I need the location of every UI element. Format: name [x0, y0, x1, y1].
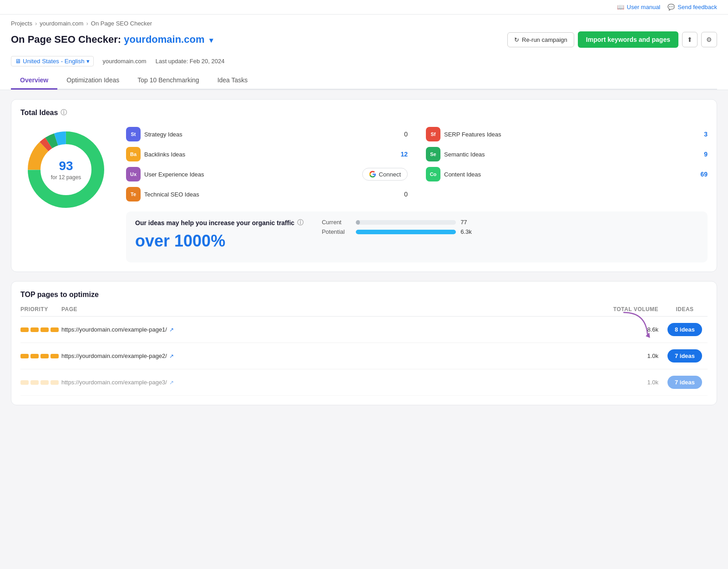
external-link-icon[interactable]: ↗ — [169, 353, 174, 359]
strategy-name: Strategy Ideas — [144, 131, 390, 138]
table-row: https://yourdomain.com/example-page3/ ↗ … — [20, 369, 708, 396]
dot — [30, 380, 39, 385]
traffic-title-text: Our ideas may help you increase your org… — [135, 219, 294, 227]
ideas-button-3[interactable]: 7 ideas — [667, 376, 702, 389]
location-selector[interactable]: 🖥 United States - English ▾ — [11, 56, 94, 66]
tab-tasks[interactable]: Idea Tasks — [208, 72, 257, 90]
tab-optimization[interactable]: Optimization Ideas — [57, 72, 128, 90]
backlinks-badge: Ba — [126, 147, 141, 161]
dot — [20, 354, 29, 358]
ideas-col-3: 7 ideas — [662, 376, 708, 389]
idea-row-ux: Ux User Experience Ideas Connect — [126, 164, 408, 184]
content-count: 69 — [694, 171, 708, 178]
page-title: On Page SEO Checker: yourdomain.com ▾ — [11, 34, 213, 45]
ideas-button-1[interactable]: 8 ideas — [667, 323, 702, 336]
ux-badge: Ux — [126, 167, 141, 181]
table-header: Priority Page Total Volume Ideas — [20, 306, 708, 317]
google-icon — [369, 171, 376, 178]
tab-overview[interactable]: Overview — [11, 72, 57, 90]
donut-center: 93 for 12 pages — [51, 159, 81, 181]
serp-count: 3 — [694, 131, 708, 138]
traffic-left: Our ideas may help you increase your org… — [135, 219, 303, 255]
domain-display: yourdomain.com — [103, 58, 147, 65]
feedback-icon: 💬 — [667, 4, 675, 10]
total-ideas-title: Total Ideas ⓘ — [20, 109, 708, 117]
tabs-row: Overview Optimization Ideas Top 10 Bench… — [11, 72, 717, 90]
send-feedback-link[interactable]: 💬 Send feedback — [667, 4, 717, 10]
ideas-grid: St Strategy Ideas 0 Ba Backlinks Ideas 1… — [126, 124, 708, 204]
top-bar: 📖 User manual 💬 Send feedback — [0, 0, 728, 15]
idea-row-strategy: St Strategy Ideas 0 — [126, 124, 408, 144]
page-url-3: https://yourdomain.com/example-page3/ ↗ — [61, 379, 607, 386]
connect-button[interactable]: Connect — [362, 168, 408, 181]
external-link-icon[interactable]: ↗ — [169, 379, 174, 386]
breadcrumb-domain[interactable]: yourdomain.com — [40, 20, 83, 27]
ideas-right-col: Sf SERP Features Ideas 3 Se Semantic Ide… — [426, 124, 708, 204]
settings-button[interactable]: ⚙ — [701, 32, 717, 47]
user-manual-link[interactable]: 📖 User manual — [617, 4, 661, 10]
ideas-button-2[interactable]: 7 ideas — [667, 349, 702, 363]
page-header: Projects › yourdomain.com › On Page SEO … — [0, 15, 728, 90]
potential-bar-fill — [356, 230, 456, 234]
traffic-bars: Current 77 Potential — [322, 219, 698, 235]
top-pages-title: TOP pages to optimize — [20, 291, 708, 299]
backlinks-count: 12 — [394, 151, 408, 158]
header-main-row: On Page SEO Checker: yourdomain.com ▾ ↻ … — [11, 31, 717, 48]
dot — [20, 327, 29, 332]
semantic-badge: Se — [426, 147, 440, 161]
gear-icon: ⚙ — [706, 36, 712, 43]
total-ideas-title-text: Total Ideas — [20, 109, 58, 117]
traffic-percent: over 1000% — [135, 232, 303, 251]
col-ideas: Ideas — [662, 306, 708, 312]
traffic-box: Our ideas may help you increase your org… — [126, 211, 708, 262]
dot — [51, 354, 59, 358]
serp-name: SERP Features Ideas — [444, 131, 690, 138]
volume-2: 1.0k — [607, 352, 662, 359]
monitor-icon: 🖥 — [15, 58, 21, 65]
dot — [40, 327, 49, 332]
potential-val: 6.3k — [460, 228, 476, 235]
ideas-grid-container: St Strategy Ideas 0 Ba Backlinks Ideas 1… — [126, 124, 708, 262]
current-bar-wrap — [356, 220, 456, 225]
export-button[interactable]: ⬆ — [682, 32, 698, 47]
idea-row-content: Co Content Ideas 69 — [426, 164, 708, 184]
tab-benchmarking[interactable]: Top 10 Benchmarking — [128, 72, 208, 90]
volume-3: 1.0k — [607, 379, 662, 386]
domain-dropdown-icon[interactable]: ▾ — [209, 36, 213, 44]
import-button[interactable]: Import keywords and pages — [578, 31, 678, 48]
total-ideas-content: 93 for 12 pages St Strategy Ideas 0 — [20, 124, 708, 262]
col-page: Page — [61, 306, 607, 312]
breadcrumb-projects[interactable]: Projects — [11, 20, 32, 27]
info-icon[interactable]: ⓘ — [61, 109, 67, 117]
traffic-layout: Our ideas may help you increase your org… — [135, 219, 698, 255]
technical-name: Technical SEO Ideas — [144, 191, 390, 198]
dot — [51, 380, 59, 385]
donut-sub-label: for 12 pages — [51, 174, 81, 181]
top-pages-card: TOP pages to optimize Priority Page Tota… — [11, 281, 717, 405]
ideas-left-col: St Strategy Ideas 0 Ba Backlinks Ideas 1… — [126, 124, 408, 204]
traffic-title: Our ideas may help you increase your org… — [135, 219, 303, 227]
priority-dots-3 — [20, 380, 61, 385]
rerun-button[interactable]: ↻ Re-run campaign — [507, 32, 574, 47]
traffic-info-icon[interactable]: ⓘ — [297, 219, 303, 227]
location-dropdown-icon: ▾ — [86, 58, 90, 65]
backlinks-name: Backlinks Ideas — [144, 151, 390, 158]
semantic-count: 9 — [694, 151, 708, 158]
dot — [51, 327, 59, 332]
content-name: Content Ideas — [444, 171, 690, 178]
current-bar-fill — [356, 220, 360, 225]
semantic-name: Semantic Ideas — [444, 151, 690, 158]
strategy-count: 0 — [394, 131, 408, 138]
external-link-icon[interactable]: ↗ — [169, 327, 174, 333]
user-manual-label: User manual — [627, 4, 661, 10]
breadcrumb: Projects › yourdomain.com › On Page SEO … — [11, 20, 717, 27]
page-title-domain[interactable]: yourdomain.com — [124, 34, 204, 45]
dot — [20, 380, 29, 385]
traffic-right: Current 77 Potential — [322, 219, 698, 235]
book-icon: 📖 — [617, 4, 624, 10]
ux-name: User Experience Ideas — [144, 171, 359, 178]
donut-number: 93 — [51, 159, 81, 173]
main-content: Total Ideas ⓘ 93 — [0, 90, 728, 414]
header-actions: ↻ Re-run campaign Import keywords and pa… — [507, 31, 717, 48]
total-ideas-card: Total Ideas ⓘ 93 — [11, 99, 717, 272]
